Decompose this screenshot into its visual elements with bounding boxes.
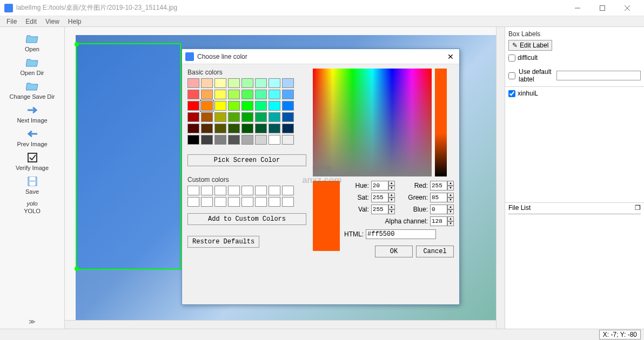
- custom-color-swatch[interactable]: [201, 197, 213, 207]
- red-spinner[interactable]: ▲▼: [447, 181, 454, 191]
- ok-button[interactable]: OK: [375, 246, 413, 257]
- custom-color-swatch[interactable]: [269, 186, 280, 195]
- menu-edit[interactable]: Edit: [21, 17, 41, 26]
- green-spinner[interactable]: ▲▼: [447, 193, 454, 202]
- color-swatch[interactable]: [282, 135, 294, 145]
- hue-sat-picker[interactable]: [313, 69, 432, 176]
- color-swatch[interactable]: [242, 124, 253, 133]
- difficult-checkbox[interactable]: [508, 55, 515, 62]
- save-button[interactable]: Save: [0, 174, 64, 196]
- blue-input[interactable]: [430, 205, 447, 214]
- color-swatch[interactable]: [228, 124, 240, 133]
- edit-label-button[interactable]: ✎ Edit Label: [508, 40, 552, 51]
- blue-spinner[interactable]: ▲▼: [447, 205, 454, 214]
- sat-input[interactable]: [371, 193, 388, 202]
- default-label-input[interactable]: [556, 71, 641, 80]
- label-item-checkbox[interactable]: [508, 90, 515, 97]
- vertical-scrollbar[interactable]: [496, 27, 505, 329]
- expand-icon[interactable]: ≫: [25, 315, 39, 329]
- menu-file[interactable]: File: [2, 17, 21, 26]
- custom-color-swatch[interactable]: [269, 197, 280, 207]
- color-swatch[interactable]: [187, 124, 199, 133]
- color-swatch[interactable]: [201, 112, 213, 122]
- custom-color-swatch[interactable]: [242, 197, 253, 207]
- color-swatch[interactable]: [255, 124, 267, 133]
- alpha-spinner[interactable]: ▲▼: [447, 216, 454, 226]
- label-list-item[interactable]: xinhuiL: [508, 89, 641, 98]
- hue-input[interactable]: [371, 181, 388, 191]
- color-swatch[interactable]: [255, 101, 267, 111]
- custom-color-swatch[interactable]: [282, 186, 294, 195]
- add-custom-colors-button[interactable]: Add to Custom Colors: [187, 213, 306, 225]
- color-swatch[interactable]: [228, 78, 240, 88]
- custom-color-swatch[interactable]: [214, 186, 226, 195]
- maximize-button[interactable]: [590, 0, 615, 16]
- use-default-label-checkbox[interactable]: [508, 72, 515, 79]
- color-swatch[interactable]: [282, 78, 294, 88]
- val-spinner[interactable]: ▲▼: [388, 205, 395, 214]
- custom-color-swatch[interactable]: [255, 186, 267, 195]
- color-swatch[interactable]: [228, 135, 240, 145]
- color-swatch[interactable]: [255, 78, 267, 88]
- next-image-button[interactable]: Next Image: [0, 103, 64, 125]
- color-swatch[interactable]: [242, 112, 253, 122]
- value-slider[interactable]: [435, 69, 447, 176]
- color-swatch[interactable]: [228, 112, 240, 122]
- verify-image-button[interactable]: Verify Image: [0, 150, 64, 173]
- color-swatch[interactable]: [282, 124, 294, 133]
- alpha-input[interactable]: [430, 216, 447, 226]
- color-swatch[interactable]: [214, 124, 226, 133]
- open-dir-button[interactable]: Open Dir: [0, 55, 64, 78]
- selection-box[interactable]: [76, 43, 181, 270]
- selection-handle[interactable]: [75, 267, 79, 271]
- custom-color-swatch[interactable]: [187, 186, 199, 195]
- color-swatch[interactable]: [214, 78, 226, 88]
- color-swatch[interactable]: [214, 112, 226, 122]
- color-swatch[interactable]: [269, 90, 280, 99]
- menu-help[interactable]: Help: [64, 17, 86, 26]
- selection-handle[interactable]: [75, 42, 79, 46]
- color-swatch[interactable]: [282, 101, 294, 111]
- color-swatch[interactable]: [242, 101, 253, 111]
- horizontal-scrollbar[interactable]: [65, 320, 496, 329]
- color-swatch[interactable]: [201, 124, 213, 133]
- custom-color-swatch[interactable]: [228, 186, 240, 195]
- prev-image-button[interactable]: Prev Image: [0, 126, 64, 149]
- custom-color-swatch[interactable]: [187, 197, 199, 207]
- color-swatch[interactable]: [187, 78, 199, 88]
- dialog-titlebar[interactable]: Choose line color ✕: [182, 49, 459, 64]
- color-swatch[interactable]: [187, 135, 199, 145]
- color-swatch[interactable]: [201, 101, 213, 111]
- cancel-button[interactable]: Cancel: [416, 246, 454, 257]
- color-swatch[interactable]: [269, 112, 280, 122]
- green-input[interactable]: [430, 193, 447, 202]
- color-swatch[interactable]: [242, 78, 253, 88]
- red-input[interactable]: [430, 181, 447, 191]
- html-input[interactable]: [366, 229, 436, 239]
- color-swatch[interactable]: [255, 90, 267, 99]
- minimize-button[interactable]: [565, 0, 590, 16]
- color-swatch[interactable]: [269, 101, 280, 111]
- color-swatch[interactable]: [214, 90, 226, 99]
- color-swatch[interactable]: [187, 112, 199, 122]
- color-swatch[interactable]: [201, 135, 213, 145]
- file-list[interactable]: [508, 214, 641, 325]
- restore-defaults-button[interactable]: Restore Defaults: [187, 236, 259, 248]
- open-button[interactable]: Open: [0, 31, 64, 54]
- color-swatch[interactable]: [269, 135, 280, 145]
- color-swatch[interactable]: [228, 101, 240, 111]
- color-swatch[interactable]: [255, 112, 267, 122]
- hue-spinner[interactable]: ▲▼: [388, 181, 395, 191]
- close-button[interactable]: [615, 0, 640, 16]
- color-swatch[interactable]: [282, 112, 294, 122]
- color-swatch[interactable]: [214, 101, 226, 111]
- color-swatch[interactable]: [242, 135, 253, 145]
- custom-color-swatch[interactable]: [242, 186, 253, 195]
- val-input[interactable]: [371, 205, 388, 214]
- custom-color-swatch[interactable]: [228, 197, 240, 207]
- color-swatch[interactable]: [187, 90, 199, 99]
- yolo-format-button[interactable]: yolo YOLO: [0, 198, 64, 216]
- color-swatch[interactable]: [228, 90, 240, 99]
- color-swatch[interactable]: [201, 90, 213, 99]
- custom-color-swatch[interactable]: [255, 197, 267, 207]
